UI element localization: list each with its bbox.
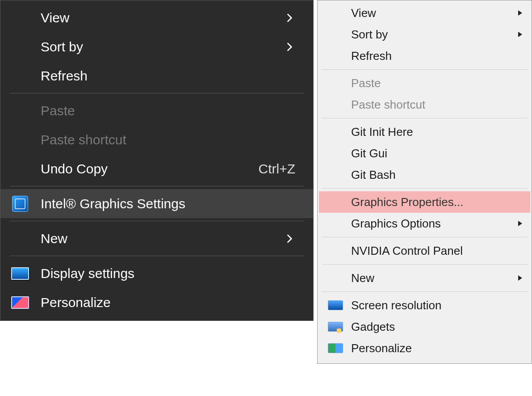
menu-item-label: Graphics Options xyxy=(351,217,518,231)
menu-item-label: Display settings xyxy=(41,266,295,281)
intel-graphics-icon xyxy=(10,194,30,214)
menu-item-label: Intel® Graphics Settings xyxy=(41,196,295,211)
menu-item-graphics-options[interactable]: Graphics Options xyxy=(319,213,530,234)
menu-item-refresh[interactable]: Refresh xyxy=(319,45,530,67)
menu-item-label: Personalize xyxy=(351,341,522,355)
menu-item-screen-resolution[interactable]: Screen resolution xyxy=(319,295,530,316)
menu-item-label: Sort by xyxy=(351,28,518,42)
chevron-right-icon xyxy=(284,233,295,244)
menu-item-new[interactable]: New xyxy=(319,267,530,289)
personalize-icon xyxy=(10,293,30,312)
menu-item-label: New xyxy=(351,271,518,285)
menu-item-label: Paste xyxy=(41,103,295,118)
menu-item-label: NVIDIA Control Panel xyxy=(351,244,522,258)
menu-item-intel-graphics-settings[interactable]: Intel® Graphics Settings xyxy=(0,189,313,218)
menu-item-label: Screen resolution xyxy=(351,299,522,312)
screen-resolution-icon xyxy=(327,299,344,312)
menu-item-label: Paste shortcut xyxy=(41,132,295,147)
menu-item-label: Git Gui xyxy=(351,147,522,160)
menu-item-label: New xyxy=(41,231,284,246)
menu-item-gadgets[interactable]: Gadgets xyxy=(319,316,530,337)
menu-item-undo-copy[interactable]: Undo Copy Ctrl+Z xyxy=(0,154,313,183)
menu-item-label: Undo Copy xyxy=(41,161,259,177)
chevron-right-icon xyxy=(284,12,295,24)
context-menu-light: View Sort by Refresh Paste Paste shortcu… xyxy=(317,0,532,364)
chevron-right-icon xyxy=(284,41,295,53)
menu-separator xyxy=(322,291,528,292)
menu-item-git-gui[interactable]: Git Gui xyxy=(319,143,530,164)
menu-item-paste-shortcut: Paste shortcut xyxy=(319,94,530,115)
menu-item-git-init-here[interactable]: Git Init Here xyxy=(319,121,530,143)
chevron-right-icon xyxy=(518,275,522,281)
menu-item-label: Sort by xyxy=(41,39,284,55)
chevron-right-icon xyxy=(518,10,522,16)
menu-separator xyxy=(9,256,304,256)
menu-separator xyxy=(322,188,528,189)
menu-item-label: Refresh xyxy=(41,68,295,84)
menu-item-label: View xyxy=(41,10,284,25)
menu-item-paste: Paste xyxy=(0,96,313,125)
menu-item-refresh[interactable]: Refresh xyxy=(0,61,313,90)
menu-item-new[interactable]: New xyxy=(0,224,313,253)
context-menu-dark: View Sort by Refresh Paste Paste shortcu… xyxy=(0,0,314,321)
menu-separator xyxy=(9,221,304,221)
menu-item-graphics-properties[interactable]: Graphics Properties... xyxy=(319,191,530,213)
menu-separator xyxy=(9,93,304,93)
personalize-icon xyxy=(327,341,344,355)
menu-item-view[interactable]: View xyxy=(319,2,530,24)
chevron-right-icon xyxy=(518,32,522,37)
menu-item-sort-by[interactable]: Sort by xyxy=(0,32,313,61)
menu-item-label: Git Bash xyxy=(351,168,522,182)
menu-item-label: View xyxy=(351,6,518,20)
menu-separator xyxy=(322,118,528,118)
menu-item-label: Refresh xyxy=(351,49,522,63)
display-icon xyxy=(10,264,30,283)
menu-item-display-settings[interactable]: Display settings xyxy=(0,259,313,288)
menu-item-paste: Paste xyxy=(319,72,530,94)
gadgets-icon xyxy=(327,320,344,333)
menu-item-shortcut: Ctrl+Z xyxy=(259,161,296,177)
menu-separator xyxy=(322,69,528,70)
menu-item-nvidia-control-panel[interactable]: NVIDIA Control Panel xyxy=(319,240,530,261)
menu-item-personalize[interactable]: Personalize xyxy=(0,288,313,317)
menu-item-view[interactable]: View xyxy=(0,3,313,32)
menu-separator xyxy=(9,186,304,186)
chevron-right-icon xyxy=(518,221,522,226)
menu-item-label: Graphics Properties... xyxy=(351,195,522,209)
menu-item-personalize[interactable]: Personalize xyxy=(319,337,530,359)
menu-item-git-bash[interactable]: Git Bash xyxy=(319,164,530,185)
menu-item-label: Gadgets xyxy=(351,320,522,334)
menu-item-label: Paste shortcut xyxy=(351,98,522,112)
menu-item-label: Personalize xyxy=(41,295,295,310)
menu-separator xyxy=(322,237,528,237)
menu-item-label: Paste xyxy=(351,76,522,90)
menu-item-sort-by[interactable]: Sort by xyxy=(319,24,530,45)
menu-item-paste-shortcut: Paste shortcut xyxy=(0,125,313,154)
menu-separator xyxy=(322,264,528,265)
menu-item-label: Git Init Here xyxy=(351,125,522,139)
